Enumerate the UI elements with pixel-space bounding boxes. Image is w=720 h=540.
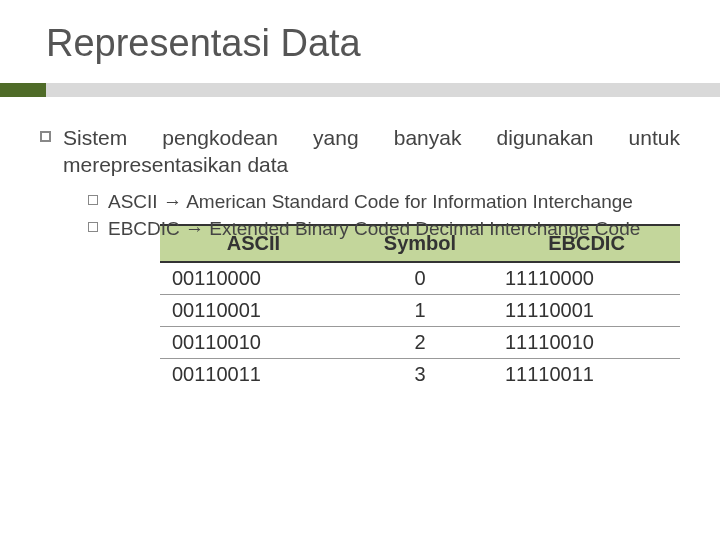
subitem: ASCII → American Standard Code for Infor… bbox=[88, 189, 680, 215]
table-row: 00110011 3 11110011 bbox=[160, 359, 680, 391]
content-area: Sistem pengkodean yang banyak digunakan … bbox=[0, 97, 720, 390]
bullet-item: Sistem pengkodean yang banyak digunakan … bbox=[40, 125, 680, 179]
table-row: 00110001 1 11110001 bbox=[160, 295, 680, 327]
table-row: 00110010 2 11110010 bbox=[160, 327, 680, 359]
cell-ascii: 00110001 bbox=[160, 295, 347, 327]
cell-ascii: 00110000 bbox=[160, 262, 347, 295]
cell-symbol: 1 bbox=[347, 295, 493, 327]
cell-ascii: 00110011 bbox=[160, 359, 347, 391]
cell-symbol: 3 bbox=[347, 359, 493, 391]
subitem-marker-icon bbox=[88, 195, 98, 205]
cell-ebcdic: 11110000 bbox=[493, 262, 680, 295]
cell-ebcdic: 11110011 bbox=[493, 359, 680, 391]
cell-ebcdic: 11110001 bbox=[493, 295, 680, 327]
divider-main bbox=[46, 83, 720, 97]
cell-symbol: 2 bbox=[347, 327, 493, 359]
bullet-text: Sistem pengkodean yang banyak digunakan … bbox=[63, 125, 680, 179]
cell-symbol: 0 bbox=[347, 262, 493, 295]
page-title: Representasi Data bbox=[0, 0, 720, 65]
cell-ascii: 00110010 bbox=[160, 327, 347, 359]
bullet-marker-icon bbox=[40, 131, 51, 142]
table-row: 00110000 0 11110000 bbox=[160, 262, 680, 295]
divider bbox=[0, 83, 720, 97]
subitem-marker-icon bbox=[88, 222, 98, 232]
subitem-text: ASCII → American Standard Code for Infor… bbox=[108, 189, 680, 215]
encoding-table-wrap: ASCII Symbol EBCDIC 00110000 0 11110000 … bbox=[160, 224, 680, 390]
cell-ebcdic: 11110010 bbox=[493, 327, 680, 359]
divider-accent bbox=[0, 83, 46, 97]
encoding-table: ASCII Symbol EBCDIC 00110000 0 11110000 … bbox=[160, 224, 680, 390]
